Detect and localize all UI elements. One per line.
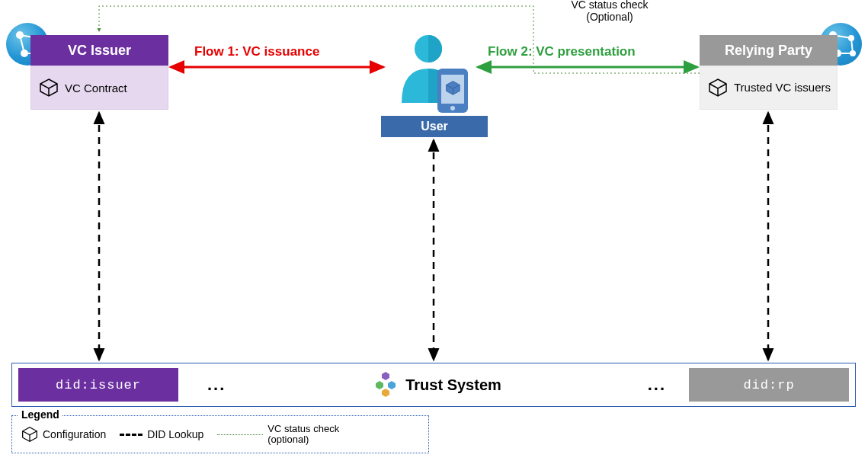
trust-system-text: Trust System [405, 376, 501, 394]
relying-party-body: Trusted VC issuers [700, 66, 838, 110]
cube-icon [39, 78, 59, 98]
flow2-label: Flow 2: VC presentation [488, 44, 636, 59]
flow1-label: Flow 1: VC issuance [194, 44, 319, 59]
vc-issuer-title: VC Issuer [68, 43, 131, 59]
svg-marker-34 [382, 389, 389, 397]
user-label: User [381, 116, 488, 137]
cube-icon [21, 426, 38, 443]
svg-marker-33 [388, 381, 396, 389]
svg-point-28 [450, 106, 455, 110]
vc-contract-label: VC Contract [65, 82, 127, 94]
status-check-line2: (Optional) [553, 11, 667, 23]
did-rp-box: did:rp [689, 368, 849, 402]
vc-issuer-header: VC Issuer [30, 35, 168, 66]
legend-status-line2: (optional) [267, 434, 339, 445]
vc-issuer-body: VC Contract [30, 66, 168, 110]
ellipsis: ... [184, 375, 248, 395]
dash-line-icon [120, 434, 143, 436]
relying-party-title: Relying Party [725, 43, 812, 59]
trust-cubes-icon [372, 371, 399, 399]
legend-item-did-lookup: DID Lookup [120, 428, 203, 440]
status-check-line1: VC status check [553, 0, 667, 11]
trusted-issuers-label: Trusted VC issuers [734, 82, 831, 94]
svg-marker-31 [382, 372, 389, 380]
did-issuer-box: did:issuer [18, 368, 178, 402]
legend-item-status-check: VC status check (optional) [217, 424, 339, 446]
trust-system-bar: did:issuer ... Trust System ... did:rp [11, 363, 856, 407]
legend-did-lookup-text: DID Lookup [147, 428, 203, 440]
legend-title: Legend [18, 408, 62, 421]
legend-status-line1: VC status check [267, 424, 339, 434]
legend-item-configuration: Configuration [21, 426, 106, 443]
legend-box: Legend Configuration DID Lookup VC statu… [11, 415, 429, 453]
legend-configuration-text: Configuration [43, 428, 106, 440]
relying-party-header: Relying Party [700, 35, 838, 66]
ellipsis: ... [625, 375, 689, 395]
trust-system-label: Trust System [372, 371, 501, 399]
user-label-text: User [421, 120, 448, 133]
user-icon [390, 30, 482, 117]
cube-icon [708, 78, 728, 98]
dotted-line-icon [217, 434, 263, 435]
vc-status-check-label: VC status check (Optional) [553, 0, 667, 23]
svg-marker-32 [376, 381, 383, 389]
